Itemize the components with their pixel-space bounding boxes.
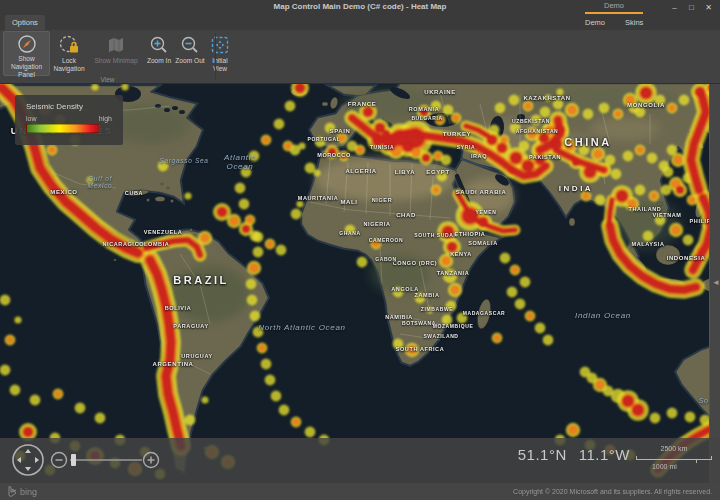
scale-mi-tick [696,459,697,463]
pan-control[interactable] [11,443,45,477]
status-bar: bing Copyright © 2020 Microsoft and its … [0,483,720,500]
legend-high-label: high [99,115,112,122]
ribbon-group-label: View [0,76,215,83]
ribbon-view-group: Show Navigation Panel Lock Navigation Sh… [3,31,234,76]
ribbon: Show Navigation Panel Lock Navigation Sh… [0,30,720,84]
minimize-button[interactable]: – [666,1,683,14]
cursor-coordinates: 51.1°N 11.1°W [518,446,630,463]
zoom-out-button[interactable]: Zoom Out [174,31,206,76]
copyright-text: Copyright © 2020 Microsoft and its suppl… [513,488,712,495]
ribbon-category-demo: Demo [585,1,643,14]
page-tabs: Demo Skins [582,15,646,30]
zoom-in-button[interactable]: Zoom In [144,31,174,76]
bing-logo[interactable]: bing [8,486,37,497]
longitude-value: 11.1°W [579,446,630,463]
compass-icon [17,34,37,54]
zoom-out-icon [180,34,200,56]
map-canvas[interactable]: UNITED STATESMEXICOCUBANICARAGUAVENEZUEL… [0,84,720,483]
seismic-legend: Seismic Density low high [15,95,123,145]
scale-mi-label: 1000 mi [634,463,695,470]
legend-low-label: low [26,115,37,122]
ribbon-group-separator [215,33,216,79]
window-controls: – □ ✕ [666,1,717,14]
pan-left-arrow [17,457,21,463]
scale-km-label: 2500 km [634,445,714,452]
show-navigation-panel-button[interactable]: Show Navigation Panel [3,31,50,76]
legend-title: Seismic Density [26,102,112,111]
legend-gradient-bar [26,124,100,133]
scale-bar: 2500 km 1000 mi [634,442,714,474]
initial-view-icon [210,34,230,56]
minimap-icon [106,34,126,56]
pan-up-arrow [25,449,31,453]
title-bar: Map Control Main Demo (C# code) - Heat M… [0,0,720,30]
collapsed-options-panel[interactable]: ◄ [709,84,720,483]
initial-view-button[interactable]: Initial View [206,31,234,76]
map-navigation-overlay: 51.1°N 11.1°W 2500 km 1000 mi [0,438,720,483]
close-button[interactable]: ✕ [700,1,717,14]
app-window: Map Control Main Demo (C# code) - Heat M… [0,0,720,500]
tab-options[interactable]: Options [5,15,45,30]
maximize-button[interactable]: □ [683,1,700,14]
zoom-slider[interactable] [50,451,160,469]
lock-navigation-button[interactable]: Lock Navigation [50,31,88,76]
bing-b-icon [8,486,17,497]
pan-right-arrow [35,457,39,463]
scale-line [636,456,712,460]
tab-skins[interactable]: Skins [622,15,646,30]
show-minimap-button[interactable]: Show Minimap [88,31,144,76]
pan-down-arrow [25,467,31,471]
compass-lock-icon [59,34,79,56]
zoom-slider-thumb [71,454,76,466]
zoom-in-icon [149,34,169,56]
tab-demo[interactable]: Demo [582,15,608,30]
panel-expand-chevron-icon[interactable]: ◄ [712,278,720,287]
latitude-value: 51.1°N [518,446,567,463]
